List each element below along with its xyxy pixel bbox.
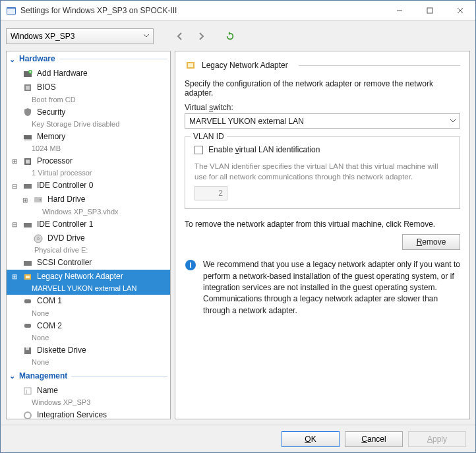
svg-rect-22 [24,223,32,227]
detail-description: Specify the configuration of the network… [185,79,460,98]
remove-button[interactable]: Remove [402,234,460,250]
section-hardware[interactable]: ⌄ Hardware [7,51,170,67]
collapse-icon: ⌄ [9,371,15,380]
remove-description: To remove the network adapter from this … [185,220,460,229]
info-icon: i [185,259,196,271]
tree-hard-drive[interactable]: ⊞Hard Drive Windows XP_SP3.vhdx [7,193,170,218]
svg-text:i: i [189,260,191,270]
collapse-box-icon[interactable]: ⊟ [11,182,18,191]
virtual-switch-dropdown[interactable]: MARVELL YUKON external LAN [185,113,460,129]
tree-diskette[interactable]: Diskette Drive None [7,344,170,368]
tree-ide1[interactable]: ⊟IDE Controller 1 [7,218,170,231]
svg-rect-18 [26,160,30,164]
add-hardware-icon [22,69,33,79]
svg-rect-29 [24,324,31,328]
network-adapter-icon [185,59,196,71]
svg-point-21 [40,199,41,200]
virtual-switch-value: MARVELL YUKON external LAN [189,117,304,126]
svg-text:I: I [26,388,28,395]
chevron-down-icon [450,119,456,123]
tree-bios[interactable]: BIOS Boot from CD [7,81,170,106]
vlan-hint: The VLAN identifier specifies the virtua… [194,161,450,182]
tree-processor[interactable]: ⊞Processor 1 Virtual processor [7,154,170,179]
close-button[interactable] [445,1,475,20]
svg-rect-1 [7,9,15,14]
apply-button: Apply [408,431,466,447]
title-bar: Settings for Windows XP_SP3 on SPOCK-III [1,1,475,20]
cancel-button[interactable]: Cancel [345,431,403,447]
vlan-fieldset: VLAN ID Enable virtual LAN identificatio… [185,136,460,209]
section-management-label: Management [19,371,67,382]
shield-icon [22,107,33,117]
nav-forward-button[interactable] [193,28,209,44]
serial-port-icon [22,320,33,331]
tree-scsi[interactable]: SCSI Controller [7,256,170,270]
tree-name[interactable]: IName Windows XP_SP3 [7,384,170,408]
memory-icon [22,132,33,142]
toolbar: Windows XP_SP3 [6,24,470,48]
floppy-icon [22,346,33,356]
settings-tree[interactable]: ⌄ Hardware Add Hardware BIOS Boot from C… [6,51,171,419]
tree-legacy-network-adapter[interactable]: ⊞Legacy Network Adapter MARVELL YUKON ex… [7,270,170,294]
collapse-box-icon[interactable]: ⊟ [11,220,18,229]
tree-security[interactable]: Security Key Storage Drive disabled [7,106,170,130]
virtual-switch-label: Virtual switch: [185,103,460,112]
vlan-enable-label: Enable virtual LAN identification [208,145,320,154]
chip-icon [22,82,33,93]
chevron-down-icon [144,34,149,38]
maximize-button[interactable] [415,1,445,20]
svg-point-34 [24,412,31,419]
hdd-icon [33,195,44,205]
info-text: We recommend that you use a legacy netwo… [203,259,460,317]
svg-rect-11 [26,86,30,90]
tree-add-hardware[interactable]: Add Hardware [7,67,170,81]
tree-ide0[interactable]: ⊟IDE Controller 0 [7,179,170,193]
expand-icon[interactable]: ⊞ [21,196,29,204]
svg-rect-38 [188,63,193,67]
section-hardware-label: Hardware [19,54,55,65]
window-title: Settings for Windows XP_SP3 on SPOCK-III [20,6,384,15]
nav-back-button[interactable] [172,28,188,44]
svg-rect-12 [24,135,32,139]
svg-rect-3 [427,8,432,13]
vlan-legend: VLAN ID [191,132,227,141]
ok-button[interactable]: OK [282,431,340,447]
tree-dvd-drive[interactable]: DVD Drive Physical drive E: [7,231,170,256]
vlan-id-input: 2 [194,186,227,200]
tree-com2[interactable]: COM 2 None [7,319,170,344]
svg-rect-31 [26,347,29,350]
controller-icon [22,181,33,191]
tree-com1[interactable]: COM 1 None [7,295,170,319]
settings-window: Settings for Windows XP_SP3 on SPOCK-III… [0,0,476,453]
svg-rect-25 [24,261,32,266]
cpu-icon [22,156,33,167]
window-icon [6,5,16,16]
collapse-icon: ⌄ [9,55,15,64]
vm-selector-dropdown[interactable]: Windows XP_SP3 [6,28,154,44]
network-adapter-icon [22,272,33,282]
vlan-enable-checkbox[interactable] [194,146,203,154]
controller-icon [22,258,33,268]
detail-title: Legacy Network Adapter [202,61,288,70]
expand-icon[interactable]: ⊞ [11,272,18,281]
section-management[interactable]: ⌄ Management [7,369,170,384]
svg-rect-20 [34,197,42,202]
svg-rect-19 [24,184,32,189]
tree-integration-services[interactable]: Integration Services Some services offer… [7,408,170,419]
vm-selector-value: Windows XP_SP3 [11,32,74,41]
disc-icon [33,233,44,244]
svg-rect-28 [24,299,31,303]
tag-icon: I [22,386,33,396]
tree-memory[interactable]: Memory 1024 MB [7,130,170,154]
svg-rect-27 [26,276,30,278]
controller-icon [22,220,33,230]
detail-panel: Legacy Network Adapter Specify the confi… [175,51,470,419]
svg-point-24 [38,237,40,239]
expand-icon[interactable]: ⊞ [11,157,18,166]
services-icon [22,410,33,419]
serial-port-icon [22,296,33,307]
refresh-button[interactable] [222,28,238,44]
minimize-button[interactable] [384,1,415,20]
dialog-button-bar: OK Cancel Apply [1,425,475,452]
